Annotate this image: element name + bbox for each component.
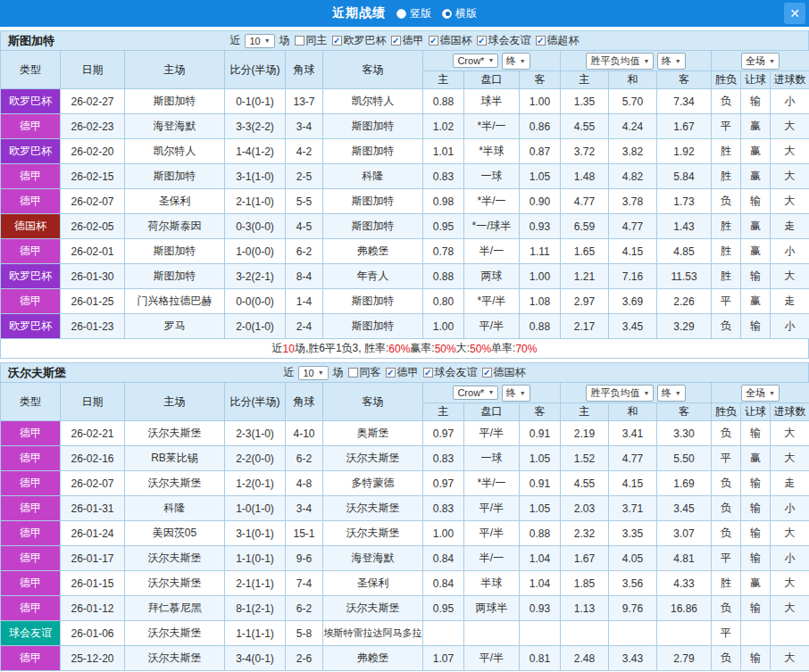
result-goals: 大: [771, 521, 809, 546]
checkbox-checked-icon[interactable]: ✓: [482, 368, 492, 377]
layout-radio-horizontal[interactable]: 横版: [442, 6, 477, 21]
handicap: 两球: [464, 264, 520, 289]
final-odds-select[interactable]: 终▼: [502, 53, 530, 70]
final-avg-select[interactable]: 终▼: [657, 53, 686, 70]
handicap: 两球半: [464, 596, 520, 621]
layout-radio-vertical[interactable]: 竖版: [396, 6, 431, 21]
match-date: 26-01-25: [61, 289, 125, 314]
avg-lose: 1.69: [657, 471, 712, 496]
odds-home: 0.83: [423, 496, 464, 521]
avg-lose: 1.73: [657, 189, 712, 214]
avg-lose: [657, 621, 712, 646]
match-count-select[interactable]: 10▼: [298, 366, 328, 380]
avg-draw: 9.76: [609, 596, 657, 621]
result-goals: 小: [771, 239, 809, 264]
filter-checkbox[interactable]: ✓德超杯: [536, 33, 580, 48]
result-wdl: 负: [712, 496, 741, 521]
filter-checkbox[interactable]: ✓德甲: [391, 33, 424, 48]
result-wdl: 胜: [712, 264, 741, 289]
away-team: 斯图加特: [323, 214, 423, 239]
handicap: [464, 621, 520, 646]
summary-segment: 大:: [456, 341, 470, 356]
league-badge: 德甲: [1, 421, 61, 446]
match-date: 26-02-21: [61, 421, 125, 446]
match-row: 德甲26-01-12拜仁慕尼黑8-1(2-1)6-2沃尔夫斯堡0.95两球半0.…: [1, 596, 809, 621]
league-badge: 球会友谊: [1, 621, 61, 646]
score: 2-3(1-0): [225, 421, 286, 446]
match-date: 25-12-20: [61, 646, 125, 671]
away-team: 年青人: [323, 264, 423, 289]
matches-label: 场: [333, 365, 344, 380]
radio-icon[interactable]: [442, 9, 452, 19]
results-body: 欧罗巴杯26-02-27斯图加特0-1(0-1)13-7凯尔特人0.88球半1.…: [1, 89, 809, 339]
corners: 8-4: [286, 264, 323, 289]
filter-checkbox[interactable]: ✓球会友谊: [423, 365, 478, 380]
result-wdl: 胜: [712, 239, 741, 264]
team-section-wolfsburg: 沃尔夫斯堡 近 10▼ 场 同客✓德甲✓球会友谊✓德国杯 类型 日期: [0, 362, 809, 671]
filter-checkbox[interactable]: ✓德甲: [386, 365, 419, 380]
radio-icon[interactable]: [396, 9, 406, 19]
checkbox-checked-icon[interactable]: ✓: [391, 36, 401, 46]
match-row: 欧罗巴杯26-01-23罗马2-0(1-0)2-4斯图加特1.00平/半0.88…: [1, 314, 809, 339]
checkbox-checked-icon[interactable]: ✓: [477, 36, 487, 46]
match-count-select[interactable]: 10▼: [245, 34, 274, 48]
result-goals: 走: [771, 289, 809, 314]
filter-checkbox[interactable]: ✓德国杯: [482, 365, 526, 380]
close-button[interactable]: ✕: [784, 3, 805, 24]
filter-checkbox[interactable]: 同主: [295, 33, 328, 48]
score: 1-4(1-2): [225, 139, 286, 164]
result-handicap: [741, 621, 771, 646]
final-odds-select[interactable]: 终▼: [502, 385, 530, 402]
col-avg-lose: 客: [657, 71, 712, 89]
result-wdl: 平: [712, 289, 741, 314]
score: 2-0(1-0): [225, 314, 286, 339]
league-badge: 德甲: [1, 289, 61, 314]
result-goals: [771, 621, 809, 646]
match-date: 26-02-07: [61, 189, 125, 214]
avg-draw: 3.45: [609, 314, 657, 339]
avg-win: 1.21: [561, 264, 609, 289]
checkbox-checked-icon[interactable]: ✓: [386, 368, 396, 377]
result-goals: 大: [771, 571, 809, 596]
match-row: 德甲26-01-15沃尔夫斯堡2-1(1-1)7-4圣保利0.84半球1.041…: [1, 571, 809, 596]
handicap: 平/半: [464, 521, 520, 546]
odds-controls: Crow*▼ 终▼: [423, 383, 561, 403]
scope-select[interactable]: 全场▼: [741, 53, 780, 70]
wdl-avg-select[interactable]: 胜平负均值▼: [586, 385, 654, 402]
team-name: 沃尔夫斯堡: [8, 365, 66, 381]
filter-checkbox[interactable]: ✓德国杯: [429, 33, 472, 48]
result-handicap: 赢: [741, 239, 771, 264]
result-handicap: 赢: [741, 139, 771, 164]
scope-select[interactable]: 全场▼: [741, 385, 780, 402]
odds-source-select[interactable]: Crow*▼: [453, 54, 498, 68]
avg-draw: 3.35: [609, 521, 657, 546]
match-row: 欧罗巴杯26-01-30斯图加特3-2(2-1)8-4年青人0.88两球1.00…: [1, 264, 809, 289]
checkbox-unchecked-icon[interactable]: [348, 368, 358, 377]
result-goals: 大: [771, 114, 809, 139]
odds-source-select[interactable]: Crow*▼: [453, 386, 498, 400]
avg-draw: 3.41: [609, 421, 657, 446]
away-team: 弗赖堡: [323, 239, 423, 264]
result-handicap: 赢: [741, 164, 771, 189]
checkbox-checked-icon[interactable]: ✓: [332, 36, 342, 46]
avg-lose: 1.43: [657, 214, 712, 239]
filter-checkbox[interactable]: ✓球会友谊: [477, 33, 531, 48]
match-row: 德甲26-02-07圣保利2-1(1-0)5-5斯图加特0.98*半/一0.90…: [1, 189, 809, 214]
results-table: 类型 日期 主场 比分(半场) 角球 客场 Crow*▼ 终▼ 胜平负均值▼ 终…: [0, 382, 809, 671]
score: 1-0(1-0): [225, 496, 286, 521]
avg-win: 4.55: [561, 471, 609, 496]
avg-draw: 5.70: [609, 89, 657, 114]
col-score: 比分(半场): [225, 383, 286, 421]
filter-checkbox[interactable]: ✓欧罗巴杯: [332, 33, 387, 48]
checkbox-checked-icon[interactable]: ✓: [536, 36, 546, 46]
final-avg-select[interactable]: 终▼: [657, 385, 686, 402]
checkbox-checked-icon[interactable]: ✓: [429, 36, 438, 46]
away-team: 埃斯特雷拉达阿马多拉: [323, 621, 423, 646]
league-badge: 德国杯: [1, 214, 61, 239]
summary-segment: 50%: [470, 343, 491, 355]
handicap: 平/半: [464, 421, 520, 446]
wdl-avg-select[interactable]: 胜平负均值▼: [586, 53, 654, 70]
checkbox-unchecked-icon[interactable]: [295, 36, 304, 46]
checkbox-checked-icon[interactable]: ✓: [423, 368, 433, 377]
filter-checkbox[interactable]: 同客: [348, 365, 381, 380]
